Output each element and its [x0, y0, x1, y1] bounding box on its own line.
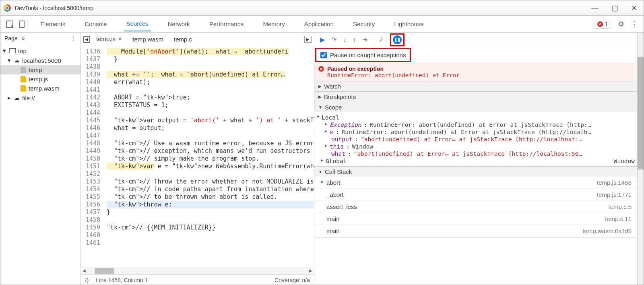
navigator-tab-page[interactable]: Page — [4, 35, 18, 41]
more-options-icon[interactable]: ⋮ — [631, 20, 638, 29]
window-titlebar: DevTools - localhost:5000/temp — ▢ ✕ — [0, 0, 644, 16]
scope-variable[interactable]: ▶this: Window — [317, 143, 635, 150]
chevron-right-icon: ▶ — [318, 95, 322, 99]
section-callstack[interactable]: ▼ Call Stack — [314, 167, 637, 177]
chevron-down-icon: ▾ — [3, 47, 7, 54]
run-snippet-icon[interactable]: ▶ — [304, 36, 312, 43]
editor-tab-temp-c[interactable]: temp.c — [170, 33, 196, 45]
step-icon[interactable]: ➔ — [362, 36, 367, 43]
chevron-down-icon: ▼ — [317, 114, 319, 121]
pause-caught-row: Pause on caught exceptions — [315, 48, 411, 62]
paused-title: Paused on exception — [327, 66, 384, 72]
scroll-right-icon[interactable]: ▶ — [308, 268, 314, 273]
chevron-down-icon: ▼ — [318, 169, 322, 174]
file-icon — [21, 85, 26, 92]
file-icon — [21, 76, 26, 83]
coverage-status: Coverage: n/a — [275, 277, 310, 283]
pause-on-exceptions-highlight: ❚❚ — [390, 33, 405, 46]
section-breakpoints[interactable]: ▶ Breakpoints — [314, 92, 637, 102]
scope-variable[interactable]: ▶Exception: RuntimeError: abort(undefine… — [317, 121, 635, 128]
horizontal-scrollbar[interactable]: ◀ ▶ — [81, 267, 314, 274]
step-out-icon[interactable]: ↑ — [353, 36, 356, 43]
code-body[interactable]: Module['onAbort'](what); what = 'abort(u… — [103, 46, 314, 267]
file-icon — [21, 67, 26, 73]
device-toolbar-icon[interactable] — [19, 21, 25, 28]
tab-sources[interactable]: Sources — [124, 17, 151, 31]
file-tree: ▾ top ▾ ☁ localhost:5000 temp temp.js te… — [0, 44, 80, 104]
pretty-print-icon[interactable]: {} — [85, 277, 89, 283]
resume-icon[interactable]: ▶ — [320, 36, 325, 43]
tree-item-temp-wasm[interactable]: temp.wasm — [0, 84, 80, 93]
tab-console[interactable]: Console — [83, 17, 109, 31]
tab-security[interactable]: Security — [351, 17, 377, 31]
editor-panel: ◀ temp.js ✕ temp.wasm temp.c ▶ 143614371… — [81, 33, 314, 285]
editor-tab-temp-js[interactable]: temp.js ✕ — [92, 33, 126, 45]
close-tab-icon[interactable]: ✕ — [118, 36, 122, 42]
editor-tab-temp-wasm[interactable]: temp.wasm — [128, 33, 167, 45]
pause-caught-checkbox[interactable] — [320, 52, 327, 58]
chevron-down-icon: ▾ — [8, 57, 12, 64]
page-navigator: Page » ⋮ ▾ top ▾ ☁ localhost:5000 temp t… — [0, 33, 81, 285]
chevron-right-icon: ▶ — [318, 84, 322, 89]
tree-item-top[interactable]: ▾ top — [0, 46, 80, 56]
pause-on-exceptions-icon[interactable]: ❚❚ — [393, 35, 402, 44]
paused-exception-banner: ✕ Paused on exception RuntimeError: abor… — [314, 63, 637, 81]
tab-lighthouse[interactable]: Lighthouse — [392, 17, 426, 31]
callstack-frame[interactable]: assert_lesstemp.c:5 — [314, 201, 637, 213]
step-into-icon[interactable]: ↓ — [343, 36, 346, 43]
tree-item-temp-js[interactable]: temp.js — [0, 74, 80, 84]
scope-variable[interactable]: ▶e: RuntimeError: abort(undefined) at Er… — [317, 128, 635, 136]
callstack-body: ➧aborttemp.js:1456_aborttemp.js:1771asse… — [314, 177, 637, 237]
step-over-icon[interactable]: ↷ — [331, 36, 336, 43]
navigator-overflow[interactable]: » — [22, 35, 25, 41]
callstack-frame[interactable]: _aborttemp.js:1771 — [314, 189, 637, 201]
cloud-icon: ☁ — [14, 95, 20, 101]
scroll-thumb[interactable] — [638, 57, 644, 169]
chevron-down-icon: ▼ — [318, 105, 322, 109]
settings-gear-icon[interactable]: ⚙ — [618, 20, 624, 29]
callstack-frame[interactable]: ➧aborttemp.js:1456 — [314, 177, 637, 189]
deactivate-breakpoints-icon[interactable]: ⁄∙ — [381, 36, 384, 43]
section-scope[interactable]: ▼ Scope — [314, 102, 637, 112]
tab-network[interactable]: Network — [165, 17, 192, 31]
scope-variable[interactable]: what: "abort(undefined) at Error↵ at jsS… — [317, 150, 635, 157]
tab-memory[interactable]: Memory — [261, 17, 287, 31]
code-editor[interactable]: 1436143714381439144014411442144314441445… — [81, 46, 314, 267]
chrome-icon — [4, 4, 11, 12]
history-nav-icon[interactable]: ◀ — [83, 36, 90, 43]
section-watch[interactable]: ▶ Watch — [314, 81, 637, 91]
inspect-element-icon[interactable]: ↖ — [6, 21, 13, 28]
scope-variable[interactable]: output: "abort(undefined) at Error↵ at j… — [317, 136, 635, 143]
navigator-more-icon[interactable]: ⋮ — [71, 35, 76, 41]
tree-item-host[interactable]: ▾ ☁ localhost:5000 — [0, 56, 80, 65]
error-icon: ✕ — [597, 21, 603, 27]
line-gutter: 1436143714381439144014411442144314441445… — [81, 46, 103, 267]
vertical-scrollbar[interactable] — [637, 33, 644, 285]
tab-performance[interactable]: Performance — [207, 17, 246, 31]
main-tab-bar: ↖ Elements Console Sources Network Perfo… — [0, 16, 644, 33]
cursor-position: Line 1458, Column 1 — [96, 277, 148, 283]
editor-tab-bar: ◀ temp.js ✕ temp.wasm temp.c ▶ — [81, 33, 314, 46]
callstack-frame[interactable]: maintemp.wasm:0x1d9 — [314, 225, 637, 237]
cloud-icon: ☁ — [14, 57, 20, 64]
minimize-icon[interactable]: — — [591, 4, 599, 12]
error-icon: ✕ — [318, 66, 324, 72]
scroll-left-icon[interactable]: ◀ — [81, 268, 87, 273]
pause-caught-label: Pause on caught exceptions — [330, 52, 406, 58]
debugger-panel: ▶ ↷ ↓ ↑ ➔ ⁄∙ ❚❚ Pause on caught exceptio… — [314, 33, 644, 285]
tree-item-temp[interactable]: temp — [0, 65, 80, 74]
scope-local[interactable]: ▼ Local — [317, 114, 635, 121]
close-icon[interactable]: ✕ — [631, 4, 637, 12]
chevron-right-icon: ▶ — [321, 158, 323, 164]
window-controls: — ▢ ✕ — [591, 4, 640, 12]
tree-item-file-scheme[interactable]: ▸ ☁ file:// — [0, 93, 80, 103]
error-count-badge[interactable]: ✕ 1 — [594, 20, 611, 29]
tab-elements[interactable]: Elements — [38, 17, 68, 31]
tab-application[interactable]: Application — [302, 17, 336, 31]
scroll-thumb[interactable] — [95, 268, 114, 274]
callstack-frame[interactable]: maintemp.c:11 — [314, 213, 637, 225]
maximize-icon[interactable]: ▢ — [611, 4, 618, 12]
editor-status-bar: {} Line 1458, Column 1 Coverage: n/a — [81, 274, 314, 285]
scope-global[interactable]: ▶ Global Window — [317, 157, 635, 165]
scope-body: ▼ Local ▶Exception: RuntimeError: abort(… — [314, 112, 637, 166]
